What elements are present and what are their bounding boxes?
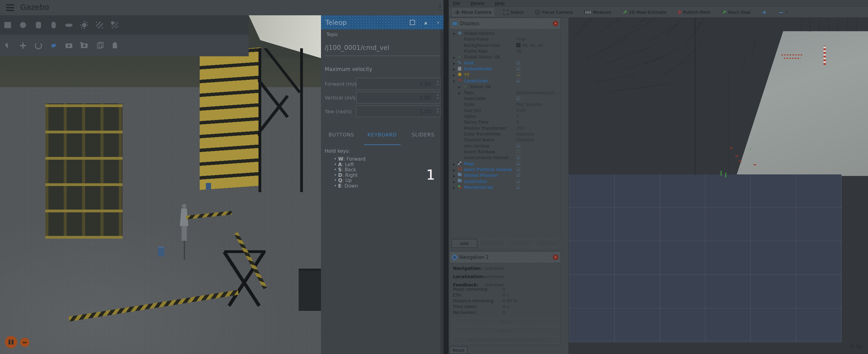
add-button[interactable]: Add	[452, 239, 477, 248]
gz-insert-point-light[interactable]	[76, 15, 92, 35]
expand-row-icon[interactable]: ▶	[453, 162, 455, 167]
display-row-alpha[interactable]: Alpha1	[451, 113, 559, 119]
display-row-topic[interactable]: ▶Topicplatform/sensors/l…	[451, 90, 559, 96]
display-row-channel-name[interactable]: Channel Nameintensity	[451, 137, 559, 143]
collapse-row-icon[interactable]: ▼	[453, 32, 455, 36]
gz-tool-screenshot[interactable]	[76, 35, 92, 56]
field-input-vertical-m-s[interactable]: 1.00▲▼	[356, 92, 440, 103]
row-value[interactable]: 30	[517, 49, 522, 54]
display-row-use-rainbow[interactable]: Use rainbow✓	[451, 143, 559, 149]
tool-select[interactable]: Select	[501, 9, 526, 16]
row-checkbox[interactable]: ✓	[517, 67, 520, 70]
row-checkbox[interactable]: ✓	[517, 185, 520, 189]
row-checkbox[interactable]: ✓	[517, 167, 520, 171]
row-checkbox[interactable]: ✓	[517, 144, 520, 147]
display-row-global-planner[interactable]: ▶Global Planner✓	[451, 173, 559, 178]
row-checkbox[interactable]: ✓	[517, 179, 520, 183]
row-checkbox[interactable]: ✓	[517, 96, 520, 100]
row-value[interactable]: intensity	[517, 138, 534, 142]
expand-row-icon[interactable]: ▶	[453, 56, 455, 60]
display-row-background-color[interactable]: Background Color48; 48; 48	[451, 42, 559, 48]
row-checkbox[interactable]: ✓	[517, 72, 520, 76]
pause-button[interactable]	[5, 336, 17, 348]
tool-publish-point[interactable]: Publish Point	[676, 9, 713, 15]
tool-measure[interactable]: Measure	[582, 9, 614, 15]
display-row-grid[interactable]: ▶Grid✓	[451, 60, 559, 66]
menu-panels[interactable]: Panels	[470, 1, 484, 6]
row-checkbox[interactable]: ✓	[517, 173, 520, 177]
tool-move-camera[interactable]: Move Camera	[453, 8, 494, 16]
popout-icon[interactable]	[410, 20, 415, 25]
display-row-robotmodel[interactable]: ▶RobotModel✓	[451, 66, 559, 72]
rviz-3d-viewport[interactable]: 31 fps	[568, 18, 868, 354]
row-value[interactable]: 0	[517, 120, 519, 125]
reset-button[interactable]: Reset	[450, 346, 467, 354]
row-checkbox[interactable]	[517, 150, 520, 153]
gz-insert-box[interactable]	[0, 15, 15, 35]
tool-[interactable]: +	[760, 8, 769, 16]
expand-row-icon[interactable]: ▶	[459, 91, 461, 96]
gz-insert-spot-light[interactable]	[107, 15, 123, 35]
displays-panel-header[interactable]: Displays ✕	[450, 18, 560, 29]
gz-tool-translate[interactable]	[15, 35, 31, 56]
tool-focus-camera[interactable]: Focus Camera	[533, 9, 575, 16]
row-value[interactable]: 48; 48; 48	[522, 43, 543, 48]
row-value[interactable]: 1	[517, 114, 519, 119]
display-row-decay-time[interactable]: Decay Time0	[451, 119, 559, 125]
expand-row-icon[interactable]: ▶	[453, 174, 455, 178]
display-row-invert-rainbow[interactable]: Invert Rainbow	[451, 149, 559, 155]
collapse-row-icon[interactable]: ▼	[453, 79, 455, 84]
display-row-frame-rate[interactable]: Frame Rate30	[451, 48, 559, 54]
expand-row-icon[interactable]: ▶	[453, 62, 455, 66]
gazebo-3d-scene[interactable]	[0, 15, 321, 354]
display-row-laserscan[interactable]: ▼LaserScan✓	[451, 78, 559, 84]
display-row-autocompute-intensit[interactable]: Autocompute Intensit…✓	[451, 155, 559, 161]
expand-row-icon[interactable]: ▶	[453, 186, 455, 190]
tool-2d-pose-estimate[interactable]: ↗2D Pose Estimate	[620, 9, 669, 16]
display-row-global-status-ok[interactable]: ▶✓Global Status: Ok	[451, 54, 559, 60]
gz-insert-sphere[interactable]	[15, 15, 31, 35]
step-forward-button[interactable]: ▶▶	[20, 338, 29, 347]
tab-keyboard[interactable]: KEYBOARD	[362, 128, 402, 141]
expand-row-icon[interactable]: ▶	[453, 168, 455, 173]
display-row-tf[interactable]: ▶TF✓	[451, 72, 559, 78]
display-row-fixed-frame[interactable]: Fixed Framemap	[451, 36, 559, 42]
display-row-status-ok[interactable]: ▶✓Status: Ok	[451, 84, 559, 90]
row-checkbox[interactable]: ✓	[517, 162, 520, 165]
gz-tool-select-arrow[interactable]	[0, 35, 15, 56]
row-checkbox[interactable]: ✓	[517, 79, 520, 82]
tool-nav2-goal[interactable]: ↗Nav2 Goal	[719, 9, 753, 16]
kebab-menu-icon[interactable]: ⋮	[436, 2, 444, 12]
tool-[interactable]: −▾	[776, 8, 790, 16]
close-icon[interactable]: ×	[436, 20, 440, 25]
hamburger-menu-icon[interactable]	[6, 4, 14, 11]
expand-row-icon[interactable]: ▶	[459, 85, 461, 90]
close-navigation2-button[interactable]: ✕	[553, 254, 558, 260]
row-checkbox[interactable]: ✓	[517, 61, 520, 65]
gz-tool-record[interactable]	[61, 35, 76, 56]
row-value[interactable]: platform/sensors/l…	[517, 91, 558, 95]
expand-row-icon[interactable]: ▶	[453, 67, 455, 72]
expand-row-icon[interactable]: ▶	[453, 73, 455, 78]
display-row-style[interactable]: StyleFlat Squares	[451, 102, 559, 107]
row-checkbox[interactable]: ✓	[517, 155, 520, 159]
gz-insert-ellipsoid[interactable]	[61, 15, 76, 35]
display-row-markerarray[interactable]: ▶MarkerArray✓	[451, 184, 559, 190]
display-row-map[interactable]: ▶Map✓	[451, 161, 559, 167]
spin-up-icon[interactable]: ▲	[437, 80, 439, 82]
spin-down-icon[interactable]: ▼	[437, 111, 439, 113]
gz-tool-rotate[interactable]	[31, 35, 46, 56]
row-value[interactable]: 0.05	[517, 108, 526, 113]
gz-tool-scale[interactable]	[46, 35, 61, 56]
display-row-size-m[interactable]: Size (m)0.05	[451, 108, 559, 113]
field-input-forward-m-s[interactable]: 1.00▲▼	[356, 78, 440, 90]
display-row-global-options[interactable]: ▼Global Options	[451, 31, 559, 36]
navigation2-panel-header[interactable]: Navigation 2 ✕	[450, 252, 560, 263]
gz-insert-cylinder[interactable]	[31, 15, 46, 35]
menu-file[interactable]: File	[453, 1, 460, 6]
color-swatch[interactable]	[517, 43, 520, 47]
display-row-color-transformer[interactable]: Color TransformerIntensity	[451, 131, 559, 137]
row-value[interactable]: Flat Squares	[517, 102, 542, 107]
display-row-controller[interactable]: ▶Controller✓	[451, 179, 559, 184]
collapse-icon[interactable]: ▲	[424, 20, 427, 25]
